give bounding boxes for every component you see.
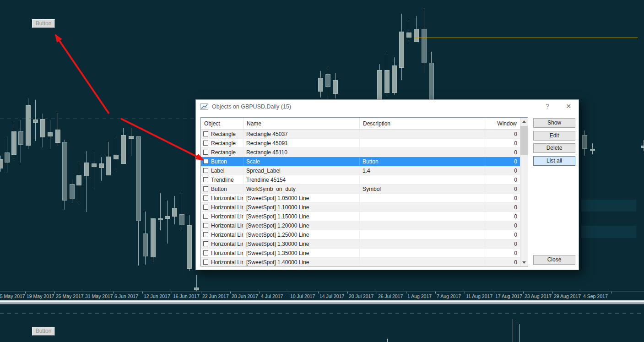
cell-window: 0 bbox=[485, 175, 521, 184]
cell-name: Spread_Label bbox=[244, 166, 360, 175]
candlestick bbox=[11, 131, 16, 155]
cell-object: Button bbox=[201, 185, 244, 193]
table-row[interactable]: Horizontal Line[SweetSpot] 1.10000 Line0 bbox=[201, 203, 521, 212]
table-row[interactable]: Horizontal Line[SweetSpot] 1.20000 Line0 bbox=[201, 221, 521, 230]
row-checkbox[interactable] bbox=[203, 159, 208, 164]
candlestick bbox=[187, 225, 192, 269]
row-checkbox[interactable] bbox=[203, 195, 208, 201]
time-axis-tick bbox=[406, 292, 406, 293]
cell-window: 0 bbox=[485, 185, 521, 193]
table-row[interactable]: LabelSpread_Label1.40 bbox=[201, 166, 521, 175]
table-row[interactable]: RectangleRectangle 450370 bbox=[201, 130, 521, 139]
edit-button[interactable]: Edit bbox=[533, 131, 575, 141]
row-checkbox[interactable] bbox=[203, 205, 208, 210]
scroll-up-icon bbox=[522, 120, 526, 123]
time-axis-tick bbox=[611, 292, 612, 293]
table-row[interactable]: Horizontal Line[SweetSpot] 1.15000 Line0 bbox=[201, 212, 521, 221]
list-all-button[interactable]: List all bbox=[533, 156, 575, 166]
time-axis[interactable]: 15 May 201719 May 201725 May 201731 May … bbox=[0, 291, 644, 300]
time-axis-tick bbox=[552, 292, 553, 293]
time-axis-label: 26 Jul 2017 bbox=[378, 293, 403, 299]
table-row[interactable]: Horizontal Line[SweetSpot] 1.25000 Line0 bbox=[201, 230, 521, 239]
dialog-titlebar[interactable]: Objects on GBPUSD,Daily (15) ? ✕ bbox=[196, 100, 579, 114]
row-checkbox[interactable] bbox=[203, 214, 208, 219]
candlestick bbox=[33, 119, 38, 123]
candlestick bbox=[76, 175, 81, 185]
time-axis-label: 29 Aug 2017 bbox=[554, 293, 581, 299]
delete-button[interactable]: Delete bbox=[533, 143, 575, 153]
candlestick bbox=[165, 216, 170, 219]
candle-wick bbox=[409, 20, 409, 42]
row-checkbox[interactable] bbox=[203, 186, 208, 191]
row-checkbox[interactable] bbox=[203, 250, 208, 255]
time-axis-tick bbox=[289, 292, 289, 293]
show-button[interactable]: Show bbox=[533, 118, 575, 128]
rectangle-object bbox=[581, 200, 636, 212]
candlestick bbox=[590, 149, 595, 151]
column-header-object: Object bbox=[201, 118, 244, 129]
cell-name: Rectangle 45037 bbox=[244, 130, 360, 138]
time-axis-label: 14 Jul 2017 bbox=[319, 293, 344, 299]
scrollbar-down-button[interactable] bbox=[520, 259, 528, 266]
cell-object: Horizontal Line bbox=[201, 221, 244, 230]
row-checkbox[interactable] bbox=[203, 241, 208, 246]
chart-button-object-top[interactable]: Button bbox=[32, 19, 55, 28]
panel-splitter[interactable] bbox=[0, 300, 644, 304]
table-row[interactable]: Horizontal Line[SweetSpot] 1.40000 Line0 bbox=[201, 258, 521, 266]
row-checkbox[interactable] bbox=[203, 168, 208, 173]
cell-name: [SweetSpot] 1.25000 Line bbox=[244, 230, 360, 239]
row-checkbox[interactable] bbox=[203, 150, 208, 155]
cell-object: Horizontal Line bbox=[201, 230, 244, 239]
time-axis-tick bbox=[172, 292, 172, 293]
table-row[interactable]: RectangleRectangle 450910 bbox=[201, 139, 521, 148]
cell-object: Horizontal Line bbox=[201, 203, 244, 212]
candlestick bbox=[26, 105, 31, 146]
time-axis-tick bbox=[318, 292, 319, 293]
cell-description: Button bbox=[360, 157, 485, 166]
cell-description bbox=[360, 139, 485, 147]
cell-description bbox=[360, 230, 485, 239]
table-row[interactable]: ButtonWorkSymb_on_dutySymbol0 bbox=[201, 185, 521, 194]
cell-description bbox=[360, 203, 485, 212]
candlestick bbox=[5, 152, 10, 163]
time-axis-tick bbox=[347, 292, 348, 293]
scrollbar-thumb[interactable] bbox=[520, 126, 528, 155]
time-axis-label: 28 Jun 2017 bbox=[232, 293, 258, 299]
help-button[interactable]: ? bbox=[543, 103, 552, 110]
row-checkbox[interactable] bbox=[203, 141, 208, 146]
candle-wick bbox=[116, 137, 116, 170]
object-type-label: Horizontal Line bbox=[211, 213, 244, 220]
row-checkbox[interactable] bbox=[203, 223, 208, 228]
candlestick bbox=[129, 136, 134, 139]
table-row[interactable]: Horizontal Line[SweetSpot] 1.30000 Line0 bbox=[201, 239, 521, 249]
time-axis-label: 25 May 2017 bbox=[56, 293, 84, 299]
time-axis-label: 17 Aug 2017 bbox=[495, 293, 522, 299]
candlestick bbox=[194, 288, 199, 290]
scrollbar-up-button[interactable] bbox=[520, 118, 528, 125]
row-checkbox[interactable] bbox=[203, 232, 208, 237]
close-button[interactable]: Close bbox=[533, 255, 575, 265]
row-checkbox[interactable] bbox=[203, 177, 208, 182]
row-checkbox[interactable] bbox=[203, 131, 208, 136]
chart-button-object-bottom[interactable]: Button bbox=[32, 327, 55, 336]
cell-description bbox=[360, 258, 485, 266]
table-row[interactable]: RectangleRectangle 451100 bbox=[201, 148, 521, 157]
candlestick bbox=[84, 163, 89, 176]
table-row[interactable]: ButtonScaleButton0 bbox=[201, 157, 521, 166]
table-row[interactable]: Horizontal Line[SweetSpot] 1.35000 Line0 bbox=[201, 249, 521, 258]
row-checkbox[interactable] bbox=[203, 260, 208, 265]
cell-description bbox=[360, 212, 485, 221]
close-window-icon[interactable]: ✕ bbox=[564, 103, 573, 110]
table-row[interactable]: Horizontal Line[SweetSpot] 1.05000 Line0 bbox=[201, 194, 521, 203]
trendline-object bbox=[414, 38, 638, 38]
candlestick bbox=[325, 74, 330, 87]
vertical-scrollbar[interactable] bbox=[520, 118, 528, 266]
object-type-label: Horizontal Line bbox=[211, 195, 244, 201]
indicator-spike bbox=[520, 324, 520, 342]
scroll-down-icon bbox=[522, 261, 526, 264]
cell-name: [SweetSpot] 1.30000 Line bbox=[244, 239, 360, 248]
candlestick bbox=[151, 218, 156, 257]
table-row[interactable]: TrendlineTrendline 451540 bbox=[201, 175, 521, 185]
time-axis-tick bbox=[523, 292, 524, 293]
cell-name: [SweetSpot] 1.05000 Line bbox=[244, 194, 360, 202]
